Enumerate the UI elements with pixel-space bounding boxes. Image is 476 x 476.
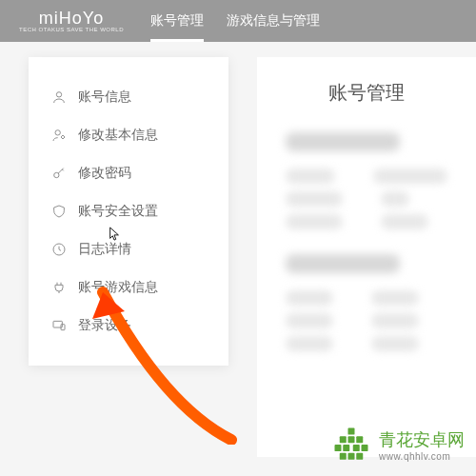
- svg-rect-9: [348, 436, 355, 443]
- logo-subtext: TECH OTAKUS SAVE THE WORLD: [19, 27, 124, 32]
- svg-rect-11: [343, 445, 349, 451]
- sidebar-item-edit-basic[interactable]: 修改基本信息: [29, 116, 228, 154]
- sidebar-item-label: 修改基本信息: [78, 127, 158, 144]
- sidebar-item-label: 登录设备: [78, 317, 131, 334]
- user-icon: [51, 89, 67, 105]
- main-panel: 账号管理: [257, 57, 476, 457]
- sidebar-item-label: 日志详情: [78, 241, 131, 258]
- shield-icon: [51, 204, 67, 219]
- plug-icon: [51, 280, 67, 295]
- sidebar-item-login-devices[interactable]: 登录设备: [29, 307, 228, 345]
- clock-icon: [51, 242, 67, 257]
- svg-point-0: [56, 92, 61, 97]
- tab-label: 游戏信息与管理: [227, 12, 320, 30]
- svg-rect-12: [353, 445, 360, 451]
- watermark-brand: 青花安卓网: [379, 428, 465, 451]
- sidebar-item-label: 修改密码: [78, 165, 131, 182]
- logo: miHoYo TECH OTAKUS SAVE THE WORLD: [19, 10, 124, 32]
- page-title: 账号管理: [286, 80, 447, 106]
- sidebar-item-log-details[interactable]: 日志详情: [29, 230, 228, 268]
- svg-point-1: [55, 130, 60, 135]
- watermark-icon: [331, 425, 371, 465]
- svg-rect-16: [356, 453, 363, 460]
- sidebar-item-change-password[interactable]: 修改密码: [29, 154, 228, 192]
- nav-tabs: 账号管理 游戏信息与管理: [150, 0, 320, 42]
- sidebar-item-label: 账号信息: [78, 89, 131, 106]
- watermark-text: 青花安卓网 www.qhhlv.com: [379, 428, 465, 462]
- svg-rect-8: [356, 436, 363, 443]
- svg-rect-10: [335, 445, 342, 451]
- sidebar-item-security[interactable]: 账号安全设置: [29, 192, 228, 230]
- svg-rect-14: [340, 453, 347, 460]
- tab-label: 账号管理: [150, 12, 204, 30]
- sidebar-item-label: 账号游戏信息: [78, 279, 158, 296]
- watermark: 青花安卓网 www.qhhlv.com: [331, 425, 465, 465]
- devices-icon: [51, 318, 67, 333]
- svg-rect-13: [362, 445, 368, 451]
- svg-rect-15: [348, 453, 355, 460]
- svg-rect-7: [340, 436, 347, 443]
- blurred-content: [286, 132, 447, 351]
- logo-text: miHoYo: [39, 10, 104, 27]
- sidebar-item-account-info[interactable]: 账号信息: [29, 78, 228, 116]
- tab-game-info-manage[interactable]: 游戏信息与管理: [227, 0, 320, 42]
- sidebar-item-game-info[interactable]: 账号游戏信息: [29, 268, 228, 307]
- key-icon: [51, 166, 67, 181]
- tab-account-manage[interactable]: 账号管理: [150, 0, 204, 42]
- sidebar: 账号信息 修改基本信息 修改密码 账号安全设置 日志详情 账号游戏信息 登录: [29, 57, 228, 366]
- svg-rect-6: [348, 428, 355, 435]
- cursor-pointer-icon: [108, 227, 121, 242]
- watermark-url: www.qhhlv.com: [379, 451, 465, 462]
- svg-point-2: [54, 172, 59, 177]
- sidebar-item-label: 账号安全设置: [78, 203, 158, 220]
- edit-user-icon: [51, 128, 67, 143]
- header-bar: miHoYo TECH OTAKUS SAVE THE WORLD 账号管理 游…: [0, 0, 476, 42]
